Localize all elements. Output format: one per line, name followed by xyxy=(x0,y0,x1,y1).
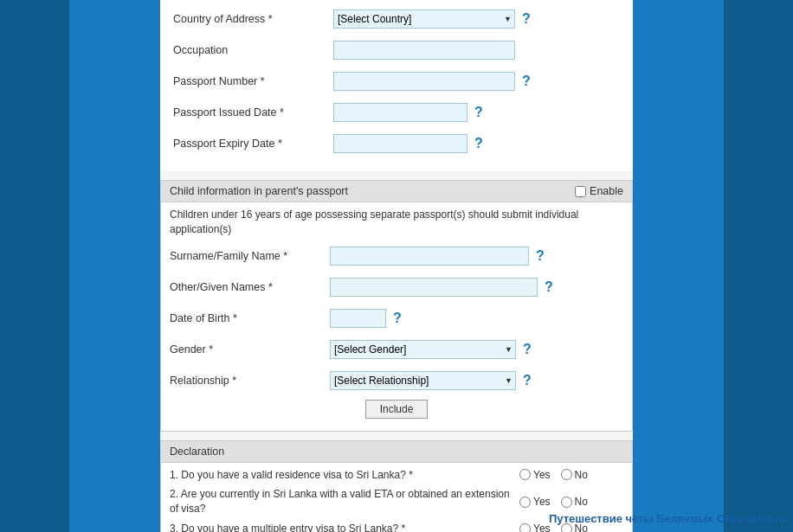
declaration-question-2: 2. Are you currently in Sri Lanka with a… xyxy=(170,487,519,516)
q1-yes-text: Yes xyxy=(533,469,551,481)
top-form: Country of Address * [Select Country] Sr… xyxy=(160,0,633,171)
passport-expiry-date-label: Passport Expiry Date * xyxy=(173,138,333,150)
passport-issued-date-label: Passport Issued Date * xyxy=(173,106,333,119)
declaration-header: Declaration xyxy=(161,441,632,463)
country-help-icon[interactable]: ? xyxy=(522,11,531,27)
passport-number-row: Passport Number * ? xyxy=(173,69,620,93)
passport-issued-date-input[interactable] xyxy=(333,103,467,122)
surname-label: Surname/Family Name * xyxy=(170,250,330,262)
other-names-row: Other/Given Names * ? xyxy=(170,275,623,299)
gender-select[interactable]: [Select Gender] Male Female xyxy=(330,340,516,359)
other-names-label: Other/Given Names * xyxy=(170,281,330,293)
include-button[interactable]: Include xyxy=(365,400,429,419)
gender-help-icon[interactable]: ? xyxy=(523,342,532,357)
declaration-question-1: 1. Do you have a valid residence visa to… xyxy=(170,468,519,483)
country-of-address-row: Country of Address * [Select Country] Sr… xyxy=(173,7,620,31)
child-section: Child information in parent's passport E… xyxy=(160,180,633,432)
passport-expiry-date-input[interactable] xyxy=(333,134,467,153)
declaration-row-1: 1. Do you have a valid residence visa to… xyxy=(170,468,623,483)
declaration-question-3: 3. Do you have a multiple entry visa to … xyxy=(170,522,519,532)
q2-radio-group: Yes No xyxy=(519,496,623,508)
main-container: Country of Address * [Select Country] Sr… xyxy=(160,0,633,532)
q1-yes-label: Yes xyxy=(519,469,551,481)
child-section-header: Child information in parent's passport E… xyxy=(161,181,632,202)
q1-no-label: No xyxy=(561,469,588,481)
surname-input[interactable] xyxy=(330,247,529,266)
dob-row: Date of Birth * ? xyxy=(170,306,623,330)
passport-number-input[interactable] xyxy=(333,72,515,91)
occupation-row: Occupation xyxy=(173,38,620,62)
country-select-wrapper: [Select Country] Sri Lanka United States… xyxy=(333,10,515,29)
q3-yes-radio[interactable] xyxy=(519,523,531,532)
footer-watermark: Путешествие четы Беляевых Chopacho.ru xyxy=(549,512,786,525)
relationship-help-icon[interactable]: ? xyxy=(523,373,532,388)
passport-number-label: Passport Number * xyxy=(173,75,333,87)
occupation-label: Occupation xyxy=(173,44,333,56)
q2-yes-label: Yes xyxy=(519,496,551,508)
other-names-help-icon[interactable]: ? xyxy=(545,279,553,295)
relationship-select[interactable]: [Select Relationship] Son Daughter xyxy=(330,371,516,390)
q2-no-label: No xyxy=(561,496,588,508)
q3-number: 3 xyxy=(170,522,176,532)
dob-help-icon[interactable]: ? xyxy=(393,311,402,326)
q3-yes-label: Yes xyxy=(519,522,551,532)
passport-issued-date-help-icon[interactable]: ? xyxy=(474,105,483,120)
include-btn-row: Include xyxy=(170,400,623,419)
enable-checkbox[interactable] xyxy=(575,186,586,197)
other-names-input[interactable] xyxy=(330,278,538,297)
q1-no-radio[interactable] xyxy=(561,469,572,480)
q2-yes-radio[interactable] xyxy=(519,497,531,508)
passport-number-help-icon[interactable]: ? xyxy=(522,74,531,89)
relationship-row: Relationship * [Select Relationship] Son… xyxy=(170,369,623,393)
passport-issued-date-row: Passport Issued Date * ? xyxy=(173,100,620,125)
gender-select-wrapper: [Select Gender] Male Female xyxy=(330,340,516,359)
q1-no-text: No xyxy=(575,469,588,481)
q1-number: 1 xyxy=(170,469,176,481)
country-of-address-label: Country of Address * xyxy=(173,13,333,25)
passport-expiry-date-help-icon[interactable]: ? xyxy=(474,136,483,151)
dob-label: Date of Birth * xyxy=(170,312,330,324)
relationship-select-wrapper: [Select Relationship] Son Daughter xyxy=(330,371,516,390)
gender-row: Gender * [Select Gender] Male Female ? xyxy=(170,337,623,362)
gender-label: Gender * xyxy=(170,343,330,356)
q2-text: . Are you currently in Sri Lanka with a … xyxy=(170,488,510,515)
surname-row: Surname/Family Name * ? xyxy=(170,244,623,268)
q2-no-text: No xyxy=(575,496,588,508)
relationship-label: Relationship * xyxy=(170,375,330,387)
surname-help-icon[interactable]: ? xyxy=(536,248,545,264)
child-form: Surname/Family Name * ? Other/Given Name… xyxy=(161,240,632,431)
q3-text: . Do you have a multiple entry visa to S… xyxy=(176,522,405,532)
q2-number: 2 xyxy=(170,488,176,500)
q1-yes-radio[interactable] xyxy=(519,469,531,480)
enable-checkbox-area: Enable xyxy=(575,185,623,197)
country-of-address-select[interactable]: [Select Country] Sri Lanka United States… xyxy=(333,10,515,29)
q2-no-radio[interactable] xyxy=(561,497,572,508)
child-note: Children under 16 years of age possessin… xyxy=(161,202,632,240)
q2-yes-text: Yes xyxy=(533,496,551,508)
q3-yes-text: Yes xyxy=(533,522,551,532)
enable-label: Enable xyxy=(590,185,623,197)
dob-input[interactable] xyxy=(330,309,386,328)
passport-expiry-date-row: Passport Expiry Date * ? xyxy=(173,131,620,156)
child-section-title: Child information in parent's passport xyxy=(170,185,348,197)
occupation-input[interactable] xyxy=(333,41,515,60)
q1-text: . Do you have a valid residence visa to … xyxy=(176,469,413,481)
q1-radio-group: Yes No xyxy=(519,469,623,481)
